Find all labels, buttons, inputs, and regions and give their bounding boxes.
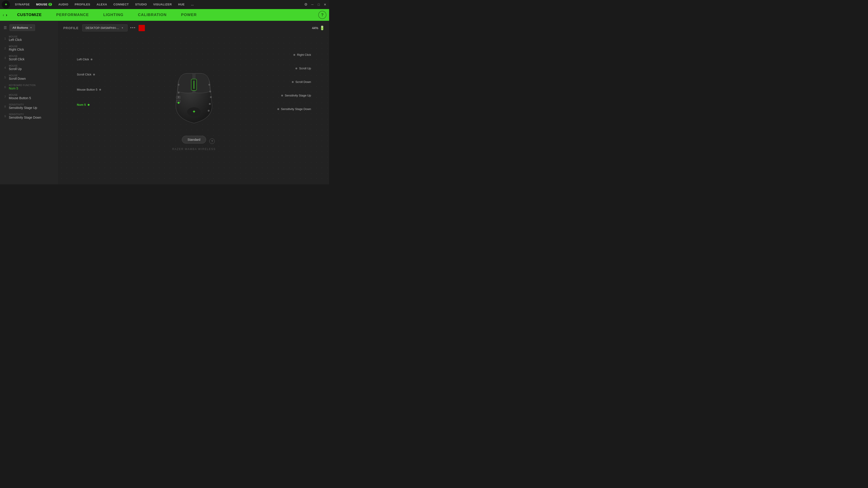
settings-icon[interactable]: ⚙ (304, 2, 307, 6)
sidebar-item-content: SENSITIVITY Sensitivity Stage Down (9, 113, 41, 119)
label-right-click[interactable]: Right Click (277, 53, 311, 57)
sidebar-item-8[interactable]: 9 SENSITIVITY Sensitivity Stage Down (0, 111, 59, 121)
profile-bar: PROFILE DESKTOP-SMSMPHH-... ▼ ••• 44% 🔋 (59, 21, 329, 35)
tab-arrow-back[interactable]: ‹ (3, 13, 4, 18)
maximize-button[interactable]: □ (316, 2, 321, 7)
profile-color-swatch[interactable] (138, 25, 145, 31)
nav-audio[interactable]: AUDIO (55, 0, 71, 9)
sidebar-item-category: SENSITIVITY (9, 113, 41, 116)
svg-point-11 (178, 92, 180, 94)
svg-point-18 (208, 110, 210, 111)
mouse-image: ✦ (174, 64, 214, 128)
tab-performance[interactable]: PERFORMANCE (49, 9, 96, 21)
sidebar: ☰ All Buttons ▼ 1 MOUSE Left Click 2 MOU… (0, 21, 59, 184)
window-controls: ─ □ ✕ (310, 2, 327, 7)
main-content: ☰ All Buttons ▼ 1 MOUSE Left Click 2 MOU… (0, 21, 329, 184)
filter-dropdown[interactable]: All Buttons ▼ (9, 24, 35, 31)
sidebar-item-label: Scroll Up (9, 67, 22, 71)
filter-label: All Buttons (12, 26, 28, 29)
label-sensitivity-stage-up[interactable]: Sensitivity Stage Up (277, 94, 311, 97)
sidebar-item-num: 1 (4, 37, 9, 40)
svg-point-10 (178, 84, 180, 86)
profile-label: PROFILE (63, 26, 79, 30)
sidebar-item-3[interactable]: 4 MOUSE Scroll Up (0, 63, 59, 72)
nav-profiles[interactable]: PROFILES (71, 0, 93, 9)
sidebar-item-label: Num 5 (9, 87, 36, 90)
close-button[interactable]: ✕ (323, 2, 327, 7)
tab-lighting[interactable]: LIGHTING (96, 9, 131, 21)
label-scroll-up[interactable]: Scroll Up (277, 67, 311, 70)
sidebar-item-num: 4 (4, 66, 9, 69)
diagram-inner: Left Click Scroll Click Mouse Button 5 N… (59, 39, 329, 153)
sidebar-item-category: MOUSE (9, 45, 24, 48)
sidebar-item-content: MOUSE Mouse Button 5 (9, 94, 31, 100)
sidebar-item-content: SENSITIVITY Sensitivity Stage Up (9, 103, 37, 109)
nav-more[interactable]: ... (188, 0, 197, 9)
battery-indicator: 44% 🔋 (312, 26, 324, 31)
label-scroll-click[interactable]: Scroll Click (77, 73, 101, 76)
minimize-button[interactable]: ─ (310, 2, 315, 7)
sidebar-item-label: Scroll Click (9, 57, 24, 61)
nav-studio[interactable]: STUDIO (132, 0, 150, 9)
label-left-click[interactable]: Left Click (77, 58, 101, 61)
view-mode-button[interactable]: Standard (182, 136, 206, 143)
sidebar-header: ☰ All Buttons ▼ (0, 21, 59, 34)
hamburger-icon[interactable]: ☰ (4, 26, 7, 30)
sidebar-item-label: Left Click (9, 38, 22, 41)
battery-icon: 🔋 (320, 26, 324, 31)
tab-calibration[interactable]: CALIBRATION (131, 9, 174, 21)
sidebar-item-5[interactable]: 6 KEYBOARD FUNCTION Num 5 (0, 82, 59, 92)
sidebar-item-num: 5 (4, 76, 9, 79)
tab-customize[interactable]: CUSTOMIZE (10, 9, 49, 21)
mouse-diagram: Left Click Scroll Click Mouse Button 5 N… (59, 35, 329, 183)
svg-point-14 (209, 84, 210, 86)
battery-percent: 44% (312, 26, 318, 30)
tab-nav-arrows: ‹ › (3, 13, 7, 18)
sidebar-item-content: MOUSE Left Click (9, 35, 22, 41)
profile-chevron-icon: ▼ (121, 27, 124, 29)
sidebar-item-6[interactable]: 7 MOUSE Mouse Button 5 (0, 92, 59, 102)
sidebar-item-category: SENSITIVITY (9, 103, 37, 106)
profile-more-button[interactable]: ••• (130, 26, 136, 30)
sidebar-item-1[interactable]: 2 MOUSE Right Click (0, 43, 59, 53)
nav-synapse[interactable]: SYNAPSE (12, 0, 33, 9)
sidebar-item-category: MOUSE (9, 94, 31, 96)
sidebar-item-0[interactable]: 1 MOUSE Left Click (0, 34, 59, 43)
sidebar-item-7[interactable]: 8 SENSITIVITY Sensitivity Stage Up (0, 102, 59, 111)
sidebar-item-num: 6 (4, 86, 9, 89)
label-num5[interactable]: Num 5 (77, 103, 101, 106)
mouse-badge: 2 (49, 3, 52, 6)
tab-power[interactable]: POWER (174, 9, 204, 21)
label-scroll-down[interactable]: Scroll Down (277, 80, 311, 84)
sidebar-item-label: Sensitivity Stage Up (9, 106, 37, 109)
sidebar-item-category: MOUSE (9, 55, 24, 57)
sidebar-item-label: Right Click (9, 48, 24, 51)
sidebar-item-num: 3 (4, 56, 9, 60)
diagram-help-button[interactable]: ? (209, 138, 215, 144)
help-button[interactable]: ? (318, 11, 327, 19)
sidebar-item-label: Sensitivity Stage Down (9, 116, 41, 119)
sidebar-item-category: MOUSE (9, 35, 22, 38)
sidebar-item-4[interactable]: 5 MOUSE Scroll Down (0, 72, 59, 82)
sidebar-item-2[interactable]: 3 MOUSE Scroll Click (0, 53, 59, 63)
nav-hue[interactable]: HUE (175, 0, 188, 9)
nav-alexa[interactable]: ALEXA (93, 0, 110, 9)
nav-mouse[interactable]: MOUSE 2 (33, 0, 55, 9)
profile-dropdown[interactable]: DESKTOP-SMSMPHH-... ▼ (82, 24, 127, 31)
sidebar-item-num: 9 (4, 115, 9, 118)
label-mouse-button-5[interactable]: Mouse Button 5 (77, 88, 101, 91)
nav-connect[interactable]: CONNECT (110, 0, 132, 9)
svg-point-17 (209, 103, 211, 105)
label-sensitivity-stage-down[interactable]: Sensitivity Stage Down (277, 107, 311, 111)
sidebar-item-label: Scroll Down (9, 77, 26, 80)
svg-point-15 (209, 91, 211, 92)
nav-visualizer[interactable]: VISUALIZER (150, 0, 175, 9)
sidebar-item-content: MOUSE Scroll Click (9, 55, 24, 61)
tab-arrow-forward[interactable]: › (6, 13, 7, 18)
svg-text:✦: ✦ (4, 2, 8, 7)
svg-text:✦: ✦ (192, 109, 196, 114)
titlebar: ✦ SYNAPSE MOUSE 2 AUDIO PROFILES ALEXA C… (0, 0, 329, 9)
sidebar-item-content: MOUSE Scroll Down (9, 74, 26, 80)
razer-logo[interactable]: ✦ (2, 0, 10, 8)
svg-point-12 (178, 96, 180, 98)
